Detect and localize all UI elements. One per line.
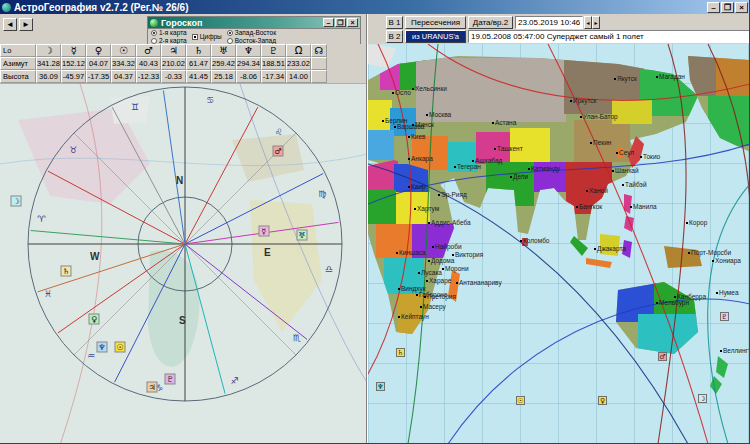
planet-glyph-button[interactable]: ☽ bbox=[36, 44, 61, 57]
zodiac-glyph: ♌ bbox=[275, 127, 283, 137]
radio-map2-label: 2-я карта bbox=[159, 37, 187, 44]
spacer bbox=[311, 70, 327, 83]
city-label: Тайбэй bbox=[622, 181, 647, 188]
azimuth-value: 341.28 bbox=[36, 57, 61, 70]
map-planet-marker: ♄ bbox=[396, 348, 405, 357]
map-planet-marker: ♆ bbox=[376, 382, 385, 391]
planet-glyph-button[interactable]: ☉ bbox=[111, 44, 136, 57]
planet-glyph-button[interactable]: ♃ bbox=[161, 44, 186, 57]
planet-glyph-button[interactable]: ♇ bbox=[261, 44, 286, 57]
horoscope-options: 1-я карта 2-я карта Цифры Запад-Восток В… bbox=[147, 29, 361, 44]
b2-button[interactable]: В 2 bbox=[386, 30, 403, 43]
altitude-value: -17.35 bbox=[86, 70, 111, 83]
altitude-label: Высота bbox=[0, 70, 36, 83]
app-icon bbox=[2, 3, 11, 12]
radio-map1[interactable]: 1-я карта bbox=[151, 29, 187, 36]
map-planet-marker: ☽ bbox=[698, 394, 707, 403]
city-label: Хельсинки bbox=[412, 85, 447, 92]
altitude-value: -8.06 bbox=[236, 70, 261, 83]
from-uranus-label[interactable]: из URANUS'а bbox=[405, 30, 466, 43]
close-icon[interactable]: × bbox=[735, 2, 748, 13]
horoscope-minimize-icon[interactable]: – bbox=[323, 18, 334, 27]
node-glyph-button[interactable]: ☊ bbox=[311, 44, 327, 57]
city-label: Бангкок bbox=[576, 203, 602, 210]
map-planet-marker: ♀ bbox=[598, 396, 607, 405]
horoscope-close-icon[interactable]: × bbox=[347, 18, 358, 27]
city-label: Мельбурн bbox=[656, 299, 689, 306]
city-label: Токио bbox=[640, 153, 660, 160]
city-labels-layer: ОслоХельсинкиМоскваМинскКиевВаршаваБерли… bbox=[368, 44, 750, 444]
maximize-icon[interactable]: ❐ bbox=[721, 2, 734, 13]
planet-glyph-button[interactable]: ♅ bbox=[211, 44, 236, 57]
city-label: Масеру bbox=[420, 303, 446, 310]
compass-s: S bbox=[179, 315, 186, 326]
zodiac-glyph: ♏ bbox=[293, 333, 301, 343]
city-label: Найроби bbox=[432, 243, 462, 250]
greenland-shape bbox=[110, 96, 150, 124]
intersections-button[interactable]: Пересечения bbox=[405, 16, 466, 29]
azimuth-label: Азимут bbox=[0, 57, 36, 70]
zodiac-glyph: ♊ bbox=[131, 102, 139, 112]
map-planet-marker: ☉ bbox=[516, 396, 525, 405]
checkbox-digits-icon[interactable] bbox=[192, 34, 198, 40]
planet-marker: ♄ bbox=[62, 267, 69, 276]
radio-west-east-icon[interactable] bbox=[227, 30, 233, 36]
horoscope-chart-svg: ♈♉♊♋♌♍♎♏♐♑♒♓☽♄♀♆☉♃♇☿♂♅ N W E S bbox=[0, 84, 368, 444]
digits-group: Цифры bbox=[192, 33, 222, 40]
date2-input[interactable] bbox=[515, 16, 583, 29]
horoscope-titlebar[interactable]: Гороскоп – ❐ × bbox=[147, 16, 361, 29]
event-input[interactable] bbox=[468, 30, 750, 43]
planet-glyph-button[interactable]: ♄ bbox=[186, 44, 211, 57]
zodiac-glyph: ♐ bbox=[231, 376, 239, 386]
horoscope-chart[interactable]: ♈♉♊♋♌♍♎♏♐♑♒♓☽♄♀♆☉♃♇☿♂♅ N W E S bbox=[0, 83, 368, 444]
zodiac-glyph: ♎ bbox=[325, 264, 333, 274]
zodiac-glyph: ♉ bbox=[69, 145, 77, 155]
nav-back-button[interactable]: ◄ bbox=[3, 18, 17, 31]
radio-map2-icon[interactable] bbox=[151, 38, 157, 44]
planet-marker: ☽ bbox=[12, 197, 19, 206]
azimuth-value: 259.42 bbox=[211, 57, 236, 70]
radio-map2[interactable]: 2-я карта bbox=[151, 37, 187, 44]
altitude-value: -0.33 bbox=[161, 70, 186, 83]
b1-button[interactable]: В 1 bbox=[386, 16, 403, 29]
city-label: Морони bbox=[442, 265, 469, 272]
planet-marker: ♅ bbox=[298, 231, 305, 240]
planet-marker: ♀ bbox=[91, 315, 97, 324]
city-label: Дели bbox=[510, 173, 528, 180]
minimize-icon[interactable]: – bbox=[707, 2, 720, 13]
africa-shape bbox=[250, 200, 322, 332]
radio-east-west[interactable]: Восток-Запад bbox=[227, 37, 276, 44]
planet-glyph-button[interactable]: Ω bbox=[286, 44, 311, 57]
planet-glyph-button[interactable]: ♂ bbox=[136, 44, 161, 57]
planet-glyph-button[interactable]: ☿ bbox=[61, 44, 86, 57]
checkbox-digits[interactable]: Цифры bbox=[192, 33, 222, 40]
date-next-icon[interactable]: ► bbox=[592, 16, 600, 29]
window-titlebar[interactable]: АстроГеография v2.7.2 (Рег.№ 26/6) – ❐ × bbox=[0, 0, 750, 14]
world-map[interactable]: ОслоХельсинкиМоскваМинскКиевВаршаваБерли… bbox=[368, 44, 750, 444]
city-label: Ашхабад bbox=[472, 157, 502, 164]
date-prev-icon[interactable]: ◄ bbox=[584, 16, 592, 29]
planet-glyph-button[interactable]: ♆ bbox=[236, 44, 261, 57]
checkbox-digits-label: Цифры bbox=[200, 33, 222, 40]
city-label: Аддис-Абеба bbox=[428, 219, 471, 226]
planet-marker: ☿ bbox=[262, 227, 267, 236]
city-label: Варшава bbox=[394, 123, 424, 130]
planet-glyph-button[interactable]: ♀ bbox=[86, 44, 111, 57]
azimuth-value: 210.02 bbox=[161, 57, 186, 70]
altitude-value: 14.00 bbox=[286, 70, 311, 83]
city-label: Астана bbox=[492, 119, 516, 126]
city-label: Лусака bbox=[418, 269, 442, 276]
city-label: Осло bbox=[392, 89, 411, 96]
altitude-value: 04.37 bbox=[111, 70, 136, 83]
direction-group: Запад-Восток Восток-Запад bbox=[227, 29, 276, 44]
radio-west-east[interactable]: Запад-Восток bbox=[227, 29, 276, 36]
radio-map1-icon[interactable] bbox=[151, 30, 157, 36]
city-label: Антананариву bbox=[456, 279, 502, 286]
date2-button[interactable]: Дата/вр.2 bbox=[468, 16, 513, 29]
europe-shape bbox=[232, 134, 304, 182]
horoscope-maximize-icon[interactable]: ❐ bbox=[335, 18, 346, 27]
radio-east-west-icon[interactable] bbox=[227, 38, 233, 44]
azimuth-value: 152.12 bbox=[61, 57, 86, 70]
nav-forward-button[interactable]: ► bbox=[19, 18, 33, 31]
city-label: Сеул bbox=[616, 149, 634, 156]
